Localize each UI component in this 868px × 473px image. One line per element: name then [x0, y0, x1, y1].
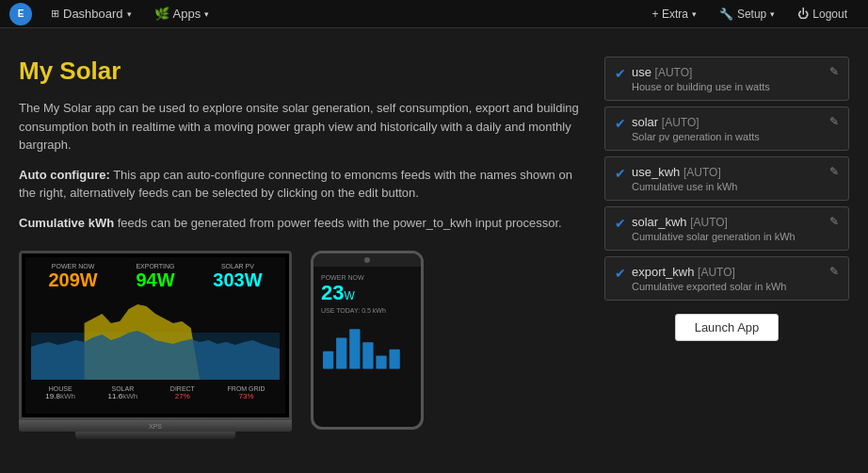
feed-use-name: use [AUTO]: [632, 65, 824, 79]
wrench-icon: 🔧: [719, 8, 733, 21]
apps-nav-item[interactable]: 🌿 Apps ▾: [143, 0, 221, 28]
feed-use-kwh-desc: Cumulative use in kWh: [632, 181, 824, 192]
solar-label: SOLAR: [108, 385, 138, 392]
chart-bars: [29, 295, 281, 380]
setup-chevron: ▾: [770, 9, 775, 19]
power-now-value: 209W: [48, 269, 97, 291]
feed-export-kwh-info: export_kwh [AUTO] Cumulative exported so…: [632, 265, 824, 292]
from-grid-value: 73%: [228, 392, 265, 400]
extra-chevron: ▾: [692, 9, 697, 19]
phone-power-now-label: POWER NOW: [321, 274, 413, 281]
laptop-mockup: POWER NOW 209W EXPORTING 94W SOLAR PV 30…: [19, 251, 292, 439]
from-grid-stat: FROM GRID 73%: [228, 385, 265, 400]
launch-app-button[interactable]: Launch App: [675, 314, 780, 341]
svg-rect-8: [390, 350, 400, 369]
phone-content: POWER NOW 23W USE TODAY: 0.5 kWh: [313, 267, 421, 378]
feed-solar-tag: [AUTO]: [662, 116, 699, 129]
logout-nav-item[interactable]: ⏻ Logout: [786, 0, 859, 28]
from-grid-label: FROM GRID: [228, 385, 265, 392]
logo-text: E: [18, 8, 24, 19]
feed-export-kwh-edit-icon[interactable]: ✎: [829, 265, 839, 278]
dashboard-nav-item[interactable]: ⊞ Dashboard ▾: [40, 0, 143, 28]
feed-solar-check-icon: ✔: [615, 116, 626, 131]
laptop-bottom-stats: HOUSE 19.8kWh SOLAR 11.6kWh DIRECT 27%: [25, 382, 285, 402]
feed-export-kwh-left: ✔ export_kwh [AUTO] Cumulative exported …: [615, 265, 824, 292]
dashboard-label: Dashboard: [63, 7, 123, 21]
laptop-chart: [29, 295, 281, 380]
feed-solar-kwh-info: solar_kwh [AUTO] Cumulative solar genera…: [632, 215, 824, 242]
solar-stat: SOLAR 11.6kWh: [108, 385, 138, 400]
right-panel: ✔ use [AUTO] House or building use in wa…: [604, 57, 849, 439]
feed-card-solar: ✔ solar [AUTO] Solar pv generation in wa…: [604, 106, 849, 151]
solar-pv-label: SOLAR PV: [213, 263, 262, 269]
feed-use-kwh-check-icon: ✔: [615, 166, 626, 181]
feed-use-kwh-info: use_kwh [AUTO] Cumulative use in kWh: [632, 165, 824, 192]
main-content: My Solar The My Solar app can be used to…: [0, 28, 868, 458]
laptop-screen: POWER NOW 209W EXPORTING 94W SOLAR PV 30…: [19, 251, 292, 420]
cumulative-kwh-rest: feeds can be generated from power feeds …: [114, 216, 562, 230]
feed-use-kwh-name-text: use_kwh: [632, 165, 680, 179]
extra-nav-item[interactable]: + Extra ▾: [641, 0, 708, 28]
feed-export-kwh-name-text: export_kwh: [632, 265, 694, 279]
exporting-value: 94W: [136, 269, 174, 291]
feed-export-kwh-desc: Cumulative exported solar in kWh: [632, 281, 824, 292]
phone-camera: [364, 257, 370, 263]
solar-pv-stat: SOLAR PV 303W: [213, 263, 262, 291]
laptop-base: XPS: [19, 420, 292, 432]
feed-use-info: use [AUTO] House or building use in watt…: [632, 65, 824, 92]
feed-use-left: ✔ use [AUTO] House or building use in wa…: [615, 65, 824, 92]
description-1: The My Solar app can be used to explore …: [19, 99, 586, 155]
setup-nav-item[interactable]: 🔧 Setup ▾: [708, 0, 786, 28]
apps-label: Apps: [173, 7, 201, 21]
feed-card-solar-kwh: ✔ solar_kwh [AUTO] Cumulative solar gene…: [604, 206, 849, 251]
power-now-stat: POWER NOW 209W: [48, 263, 97, 291]
house-stat: HOUSE 19.8kWh: [45, 385, 75, 400]
feed-solar-kwh-desc: Cumulative solar generation in kWh: [632, 231, 824, 242]
feed-use-kwh-tag: [AUTO]: [683, 166, 721, 179]
feed-solar-kwh-name-text: solar_kwh: [632, 215, 687, 229]
apps-chevron: ▾: [204, 9, 209, 19]
feed-solar-name-text: solar: [632, 115, 658, 129]
solar-pv-value: 303W: [213, 269, 262, 291]
phone-power-unit: W: [344, 289, 354, 302]
feed-use-desc: House or building use in watts: [632, 81, 824, 92]
phone-top-bar: [313, 253, 421, 267]
phone-mockup: POWER NOW 23W USE TODAY: 0.5 kWh: [311, 251, 424, 430]
phone-use-today: USE TODAY: 0.5 kWh: [321, 307, 413, 314]
svg-rect-6: [362, 342, 373, 368]
phone-power-display: 23W: [321, 281, 413, 305]
grid-icon: ⊞: [51, 8, 59, 20]
nav-items: ⊞ Dashboard ▾ 🌿 Apps ▾: [40, 0, 641, 28]
laptop-stats: POWER NOW 209W EXPORTING 94W SOLAR PV 30…: [25, 257, 285, 293]
phone-body: POWER NOW 23W USE TODAY: 0.5 kWh: [311, 251, 424, 430]
power-now-label: POWER NOW: [48, 263, 97, 269]
direct-stat: DIRECT 27%: [170, 385, 195, 400]
cumulative-kwh-bold: Cumulative kWh: [19, 216, 114, 230]
feed-card-use: ✔ use [AUTO] House or building use in wa…: [604, 57, 849, 101]
nav-right: + Extra ▾ 🔧 Setup ▾ ⏻ Logout: [641, 0, 859, 28]
feed-use-edit-icon[interactable]: ✎: [829, 65, 839, 78]
feed-export-kwh-check-icon: ✔: [615, 266, 626, 281]
feed-use-tag: [AUTO]: [655, 66, 693, 79]
laptop-brand: XPS: [149, 423, 162, 430]
feed-use-kwh-edit-icon[interactable]: ✎: [829, 165, 839, 178]
feed-card-export-kwh: ✔ export_kwh [AUTO] Cumulative exported …: [604, 256, 849, 301]
feed-solar-name: solar [AUTO]: [632, 115, 824, 129]
feed-use-kwh-name: use_kwh [AUTO]: [632, 165, 824, 179]
svg-rect-7: [376, 355, 386, 368]
feed-solar-kwh-left: ✔ solar_kwh [AUTO] Cumulative solar gene…: [615, 215, 824, 242]
feed-solar-kwh-edit-icon[interactable]: ✎: [829, 215, 839, 228]
feed-solar-edit-icon[interactable]: ✎: [829, 115, 839, 128]
direct-value: 27%: [170, 392, 195, 400]
feed-solar-kwh-name: solar_kwh [AUTO]: [632, 215, 824, 229]
house-value: 19.8kWh: [45, 392, 75, 400]
house-label: HOUSE: [45, 385, 75, 392]
feed-export-kwh-tag: [AUTO]: [698, 266, 735, 279]
logo: E: [9, 3, 32, 25]
logout-label: Logout: [812, 8, 847, 21]
feed-export-kwh-name: export_kwh [AUTO]: [632, 265, 824, 279]
phone-chart-svg: [323, 323, 411, 370]
setup-label: Setup: [737, 8, 766, 21]
feed-solar-kwh-check-icon: ✔: [615, 216, 626, 231]
exporting-label: EXPORTING: [136, 263, 174, 269]
